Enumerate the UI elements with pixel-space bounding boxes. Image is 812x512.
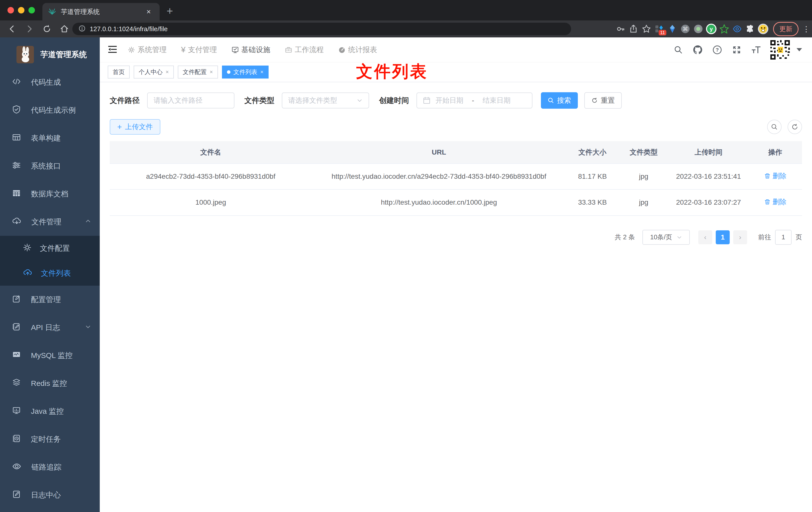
nav-item-pay[interactable]: ¥ 支付管理 bbox=[178, 45, 221, 55]
sidebar-item-java-monitor[interactable]: Java 监控 bbox=[0, 397, 100, 425]
trash-icon bbox=[764, 199, 771, 205]
gear-icon bbox=[23, 243, 31, 253]
extensions-puzzle-icon[interactable] bbox=[745, 24, 756, 34]
goto-page-input[interactable] bbox=[775, 230, 791, 245]
share-icon[interactable] bbox=[628, 24, 639, 34]
plus-icon: + bbox=[117, 123, 122, 131]
github-icon[interactable] bbox=[692, 44, 704, 56]
date-separator: - bbox=[472, 96, 474, 104]
nav-item-infra[interactable]: 基础设施 bbox=[228, 45, 274, 55]
show-search-icon[interactable] bbox=[767, 120, 782, 134]
nav-item-reports[interactable]: 统计报表 bbox=[335, 45, 381, 55]
close-window-button[interactable] bbox=[7, 7, 14, 13]
chevron-down-icon bbox=[85, 324, 91, 332]
task-clock-icon bbox=[12, 434, 21, 445]
nav-item-workflow[interactable]: 工作流程 bbox=[281, 45, 327, 55]
extension-eye-icon[interactable] bbox=[732, 24, 743, 34]
browser-menu-icon[interactable]: ⋮ bbox=[803, 25, 809, 33]
sidebar-item-config-manage[interactable]: 配置管理 bbox=[0, 286, 100, 313]
refresh-list-icon[interactable] bbox=[788, 120, 802, 134]
tags-bar: 首页 个人中心 × 文件配置 × 文件列表 × 文件列表 bbox=[100, 62, 812, 82]
sidebar-item-redis-monitor[interactable]: Redis 监控 bbox=[0, 369, 100, 397]
date-range-picker[interactable]: 开始日期 - 结束日期 bbox=[416, 92, 532, 109]
tag-close-icon[interactable]: × bbox=[166, 69, 169, 75]
date-start-placeholder[interactable]: 开始日期 bbox=[435, 96, 463, 105]
cell-filename: a294ecb2-73dd-4353-bf40-296b8931d0bf bbox=[110, 163, 312, 189]
extension-command-icon[interactable]: ⌘ bbox=[680, 24, 691, 34]
top-navbar: 系统管理 ¥ 支付管理 基础设施 工作流程 统计报表 bbox=[100, 37, 812, 62]
tag-close-icon[interactable]: × bbox=[210, 69, 213, 75]
sidebar-logo-row[interactable]: 芋道管理系统 bbox=[0, 41, 100, 68]
extension-badge: 11 bbox=[659, 30, 666, 35]
chevron-down-icon bbox=[676, 235, 682, 240]
annotation-overlay-text: 文件列表 bbox=[356, 60, 428, 83]
date-end-placeholder[interactable]: 结束日期 bbox=[483, 96, 511, 105]
sidebar-item-mysql-monitor[interactable]: MySQL 监控 bbox=[0, 341, 100, 369]
url-text[interactable]: 127.0.0.1:1024/infra/file/file bbox=[90, 25, 168, 33]
chart-monitor-icon bbox=[12, 350, 21, 361]
file-type-select[interactable]: 请选择文件类型 bbox=[282, 92, 369, 109]
fullscreen-icon[interactable] bbox=[731, 44, 743, 56]
profile-emoji-icon[interactable] bbox=[758, 24, 768, 34]
next-page-button[interactable]: › bbox=[733, 230, 747, 244]
back-icon[interactable] bbox=[6, 24, 18, 34]
tab-title: 芋道管理系统 bbox=[61, 7, 139, 16]
sidebar-item-file-config[interactable]: 文件配置 bbox=[0, 236, 100, 261]
extension-y-icon[interactable]: y bbox=[706, 24, 717, 34]
sidebar-item-trace[interactable]: 链路追踪 bbox=[0, 453, 100, 481]
sidebar-item-api-log[interactable]: API 日志 bbox=[0, 313, 100, 341]
sidebar-item-file-manage[interactable]: 文件管理 bbox=[0, 208, 100, 236]
tag-file-config[interactable]: 文件配置 × bbox=[178, 65, 218, 79]
address-bar[interactable]: 127.0.0.1:1024/infra/file/file bbox=[72, 23, 571, 35]
sliders-icon bbox=[12, 161, 21, 172]
sidebar-item-file-list[interactable]: 文件列表 bbox=[0, 261, 100, 286]
search-button[interactable]: 搜索 bbox=[541, 92, 578, 109]
reload-icon[interactable] bbox=[41, 24, 52, 34]
tag-home[interactable]: 首页 bbox=[108, 65, 130, 79]
maximize-window-button[interactable] bbox=[28, 7, 35, 13]
page-size-select[interactable]: 10条/页 bbox=[642, 230, 690, 245]
home-icon[interactable] bbox=[59, 24, 70, 34]
avatar[interactable] bbox=[770, 39, 790, 60]
help-icon[interactable]: ? bbox=[711, 44, 723, 56]
sidebar-item-code-demo[interactable]: 代码生成示例 bbox=[0, 96, 100, 124]
sidebar-item-system-api[interactable]: 系统接口 bbox=[0, 152, 100, 180]
sidebar-item-log-center[interactable]: 日志中心 bbox=[0, 481, 100, 509]
extension-tabs-icon[interactable]: 11 bbox=[654, 24, 665, 34]
tab-close-icon[interactable]: × bbox=[144, 7, 154, 16]
prev-page-button[interactable]: ‹ bbox=[698, 230, 712, 244]
nav-item-system[interactable]: 系统管理 bbox=[124, 45, 170, 55]
tag-file-list[interactable]: 文件列表 × bbox=[222, 65, 269, 79]
search-icon[interactable] bbox=[672, 44, 684, 56]
site-info-icon[interactable] bbox=[78, 25, 86, 33]
tag-profile[interactable]: 个人中心 × bbox=[134, 65, 174, 79]
page-content: 文件路径 文件类型 请选择文件类型 创建时间 开始日期 - 结束日期 bbox=[100, 82, 812, 512]
font-size-icon[interactable] bbox=[750, 44, 762, 56]
browser-update-button[interactable]: 更新 bbox=[773, 22, 799, 36]
extension-record-icon[interactable] bbox=[693, 24, 704, 34]
minimize-window-button[interactable] bbox=[18, 7, 24, 13]
sidebar-item-scheduled-tasks[interactable]: 定时任务 bbox=[0, 425, 100, 453]
browser-tab[interactable]: 芋道管理系统 × bbox=[42, 3, 160, 21]
sidebar-item-code-gen[interactable]: 代码生成 bbox=[0, 68, 100, 96]
sidebar-item-form-builder[interactable]: 表单构建 bbox=[0, 124, 100, 152]
password-key-icon[interactable] bbox=[615, 24, 626, 34]
avatar-caret-icon[interactable] bbox=[796, 48, 802, 51]
sidebar-item-db-doc[interactable]: 数据库文档 bbox=[0, 180, 100, 208]
bookmark-star-icon[interactable] bbox=[641, 24, 652, 34]
delete-button[interactable]: 删除 bbox=[764, 196, 787, 208]
forward-icon[interactable] bbox=[24, 24, 35, 34]
trash-icon bbox=[764, 173, 771, 179]
page-1-button[interactable]: 1 bbox=[716, 230, 730, 244]
reset-button[interactable]: 重置 bbox=[584, 92, 622, 109]
file-path-label: 文件路径 bbox=[110, 95, 140, 106]
shield-check-icon bbox=[12, 105, 21, 116]
tag-close-icon[interactable]: × bbox=[260, 69, 264, 75]
new-tab-button[interactable]: + bbox=[167, 5, 173, 17]
upload-file-button[interactable]: + 上传文件 bbox=[110, 119, 161, 134]
delete-button[interactable]: 删除 bbox=[764, 170, 787, 182]
file-path-input[interactable] bbox=[154, 96, 228, 104]
extension-kite-icon[interactable] bbox=[667, 24, 678, 34]
sidebar-collapse-icon[interactable] bbox=[107, 44, 118, 56]
extension-star-icon[interactable] bbox=[719, 24, 730, 34]
